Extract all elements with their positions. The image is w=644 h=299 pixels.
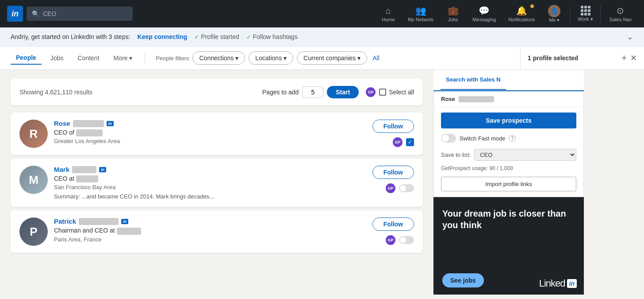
nav-messaging-label: Messaging — [472, 17, 496, 22]
check-icon-2: ✓ — [246, 34, 251, 40]
follow-btn-rose[interactable]: Follow — [372, 120, 414, 133]
usage-value: 90 / 1,000 — [489, 165, 513, 171]
avatar-letter-patrick: P — [19, 217, 48, 246]
search-panel: Showing 4,621,110 results Pages to add S… — [0, 70, 433, 295]
nav-divider-2 — [600, 5, 601, 23]
extension-panel: Rose Save prospects Switch Fast mode ? S… — [433, 91, 584, 197]
select-all-area: GP Select all — [366, 87, 414, 97]
pages-to-add-label: Pages to add — [262, 89, 299, 96]
selected-profile-name: Rose — [441, 96, 455, 102]
profile-toggle-patrick[interactable] — [399, 236, 414, 244]
nav-jobs[interactable]: 💼 Jobs — [441, 3, 465, 25]
nav-my-network-label: My Network — [408, 17, 433, 22]
profile-bottom-row-patrick: GP — [386, 235, 414, 245]
fast-mode-knob — [442, 135, 449, 142]
tab-content[interactable]: Content — [72, 52, 104, 64]
avatar-letter-mark: M — [19, 166, 48, 194]
search-with-sales-tab[interactable]: Search with Sales N — [441, 70, 506, 90]
gp-badge: GP — [366, 87, 376, 97]
profile-toggle-mark[interactable] — [399, 184, 414, 192]
tab-people[interactable]: People — [11, 51, 42, 65]
profile-name-mark[interactable]: Mark — [54, 166, 69, 173]
profile-title-patrick: Chairman and CEO at — [54, 227, 359, 234]
nav-my-network[interactable]: 👥 My Network — [402, 3, 439, 25]
profile-lastname-blurred-mark — [72, 166, 96, 173]
start-btn[interactable]: Start — [327, 86, 359, 98]
ad-see-jobs-btn[interactable]: See jobs — [442, 273, 484, 287]
fast-mode-help-icon[interactable]: ? — [509, 135, 516, 142]
profile-name-row-mark: Mark in — [54, 166, 359, 173]
main-content: Showing 4,621,110 results Pages to add S… — [0, 70, 644, 295]
locations-filter[interactable]: Locations ▾ — [249, 51, 293, 65]
linkedin-ad: Your dream job is closer than you think … — [433, 197, 584, 295]
follow-btn-mark[interactable]: Follow — [372, 166, 414, 179]
profile-bottom-row-mark: GP — [386, 183, 414, 193]
avatar-mark: M — [19, 166, 48, 194]
profile-card-mark: M Mark in CEO at San Francisco Bay Area … — [11, 159, 423, 207]
follow-btn-patrick[interactable]: Follow — [372, 217, 414, 231]
step-2-label: Follow hashtags — [253, 33, 298, 40]
close-selection-btn[interactable]: ✕ — [630, 53, 637, 63]
home-icon: ⌂ — [386, 6, 391, 16]
people-filters-label: People filters — [156, 55, 189, 62]
save-prospects-btn[interactable]: Save prospects — [441, 113, 576, 128]
profile-card-rose: R Rose in CEO of Greater Los Angeles Are… — [11, 113, 423, 155]
gp-badge-mark: GP — [386, 183, 395, 193]
nav-notifications[interactable]: 🔔 Notifications — [503, 3, 540, 25]
select-all-checkbox[interactable] — [379, 89, 386, 96]
all-filters-btn[interactable]: All — [372, 54, 380, 62]
tab-jobs[interactable]: Jobs — [45, 52, 69, 64]
nav-messaging[interactable]: 💬 Messaging — [467, 3, 501, 25]
import-profile-links-btn[interactable]: Import profile links — [441, 177, 576, 191]
profile-title-mark: CEO at — [54, 175, 359, 183]
tab-more[interactable]: More ▾ — [108, 52, 138, 64]
profile-actions-patrick: Follow GP — [365, 217, 414, 245]
list-select[interactable]: CEO — [474, 149, 576, 161]
search-icon: 🔍 — [32, 10, 39, 17]
profile-lastname-blurred-patrick — [79, 218, 119, 225]
nav-items: ⌂ Home 👥 My Network 💼 Jobs 💬 Messaging 🔔… — [376, 2, 637, 26]
work-grid-icon — [581, 6, 590, 16]
fast-mode-row: Switch Fast mode ? — [434, 132, 583, 146]
fast-mode-toggle[interactable] — [441, 134, 456, 143]
ext-selected-profile: Rose — [434, 91, 583, 107]
search-input[interactable] — [43, 10, 127, 17]
nav-work[interactable]: Work ▾ — [574, 3, 597, 25]
profile-lastname-blurred-rose — [73, 120, 104, 127]
jobs-icon: 💼 — [448, 5, 459, 16]
nav-me[interactable]: 👤 Me ▾ — [542, 2, 567, 26]
nav-notifications-label: Notifications — [508, 17, 535, 22]
avatar-rose: R — [19, 120, 48, 148]
avatar-letter-rose: R — [19, 120, 48, 148]
companies-filter[interactable]: Current companies ▾ — [297, 51, 367, 65]
profile-name-row-patrick: Patrick in — [54, 217, 359, 225]
onboarding-step-1: ✓ Profile started — [194, 33, 239, 40]
linkedin-logo[interactable]: in — [7, 6, 23, 22]
filters-bar: People Jobs Content More ▾ People filter… — [0, 47, 520, 70]
profile-name-patrick[interactable]: Patrick — [54, 217, 76, 225]
profile-name-rose[interactable]: Rose — [54, 120, 70, 127]
messaging-icon: 💬 — [479, 5, 490, 16]
search-bar[interactable]: 🔍 — [27, 7, 133, 21]
profile-checkbox-rose[interactable]: ✓ — [406, 138, 414, 146]
profile-title-rose: CEO of — [54, 129, 359, 136]
results-header: Showing 4,621,110 results Pages to add S… — [11, 79, 423, 105]
nav-sales-nav[interactable]: ⊙ Sales Nav — [604, 3, 637, 25]
avatar-patrick: P — [19, 217, 48, 246]
sales-nav-tab-bar: Search with Sales N — [433, 70, 584, 91]
notifications-icon: 🔔 — [516, 5, 527, 16]
pages-to-add-area: Pages to add Start — [262, 86, 359, 98]
onboarding-step-2: ✓ Follow hashtags — [246, 33, 298, 40]
li-badge-mark: in — [99, 167, 106, 172]
selected-profile-lastname-blurred — [459, 96, 494, 102]
nav-home[interactable]: ⌂ Home — [376, 3, 401, 25]
pages-input[interactable] — [302, 86, 323, 98]
onboarding-collapse-btn[interactable]: ⌄ — [627, 32, 633, 42]
li-badge-rose: in — [107, 121, 114, 126]
keep-connecting-btn[interactable]: Keep connecting — [138, 33, 188, 40]
connections-filter[interactable]: Connections ▾ — [192, 51, 245, 65]
usage-row: GetProspect usage: 90 / 1,000 — [434, 163, 583, 175]
add-to-selection-btn[interactable]: + — [621, 53, 627, 63]
onboarding-greeting: Andriy, get started on LinkedIn with 3 s… — [11, 33, 130, 40]
profile-cards: R Rose in CEO of Greater Los Angeles Are… — [11, 113, 423, 256]
